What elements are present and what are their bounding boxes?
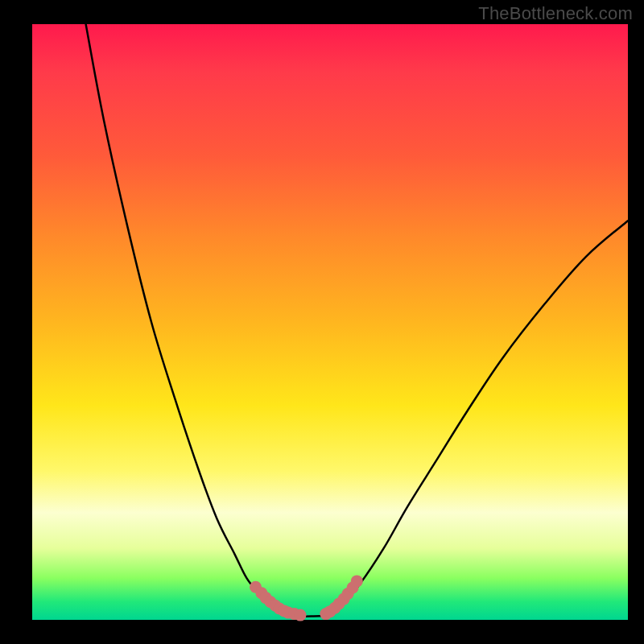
marker-layer — [250, 575, 363, 621]
curve-right-curve — [330, 221, 628, 613]
line-layer — [86, 24, 628, 617]
chart-frame: TheBottleneck.com — [0, 0, 644, 644]
plot-area — [32, 24, 628, 620]
watermark-text: TheBottleneck.com — [478, 3, 633, 24]
curve-left-curve — [86, 24, 289, 615]
curves-svg — [32, 24, 628, 620]
marker-right-markers — [351, 575, 363, 587]
marker-left-markers — [295, 609, 307, 621]
